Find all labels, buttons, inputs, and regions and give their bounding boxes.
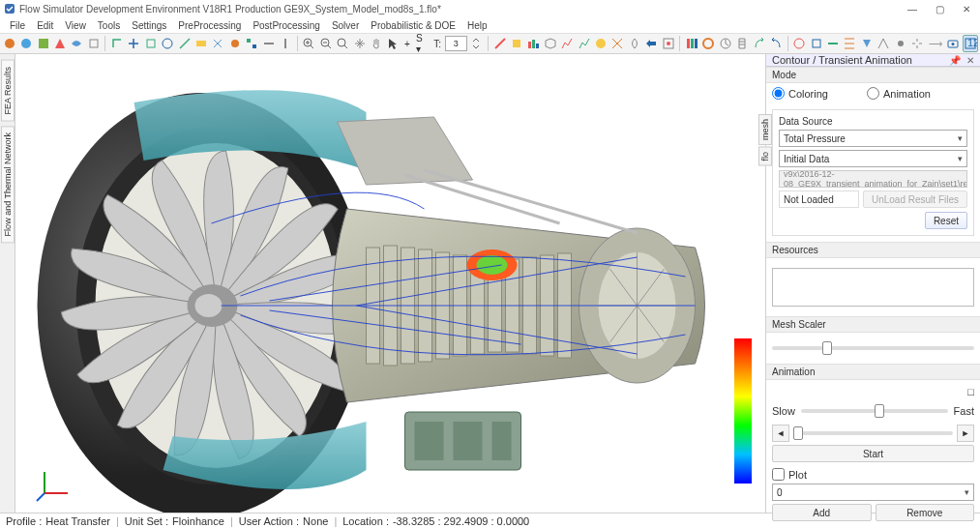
tool-icon[interactable] <box>278 35 292 52</box>
minimize-button[interactable]: — <box>899 0 926 17</box>
tool-icon[interactable] <box>509 35 523 52</box>
menu-edit[interactable]: Edit <box>31 20 59 31</box>
tool-icon[interactable] <box>859 35 874 52</box>
spin-value[interactable]: 3 <box>445 36 467 51</box>
hand-icon[interactable] <box>369 35 383 52</box>
subtab-mesh[interactable]: mesh <box>758 114 772 145</box>
svg-point-28 <box>898 41 904 46</box>
zoom-out-icon[interactable] <box>318 35 333 52</box>
tool-icon[interactable] <box>893 35 907 52</box>
start-button[interactable]: Start <box>772 445 974 462</box>
anim-next-button[interactable]: ► <box>957 425 974 442</box>
tool-icon[interactable] <box>768 35 783 52</box>
close-panel-icon[interactable]: ✕ <box>966 55 974 66</box>
tool-icon[interactable] <box>825 35 840 52</box>
radio-coloring[interactable]: Coloring <box>772 87 828 100</box>
tool-icon[interactable] <box>661 35 675 52</box>
tool-icon[interactable] <box>701 35 716 52</box>
tool-icon[interactable] <box>526 35 541 52</box>
tool-icon[interactable] <box>644 35 659 52</box>
close-button[interactable]: ✕ <box>953 0 980 17</box>
menu-postprocessing[interactable]: PostProcessing <box>247 20 325 31</box>
select-initial-data[interactable]: Initial Data <box>779 150 967 167</box>
tool-icon[interactable] <box>36 35 50 52</box>
tool-icon[interactable] <box>2 35 16 52</box>
tool-icon[interactable] <box>593 35 608 52</box>
add-button[interactable]: Add <box>772 504 872 521</box>
anim-prev-button[interactable]: ◄ <box>772 425 789 442</box>
tool-icon[interactable]: 123 <box>963 35 978 52</box>
tool-icon[interactable] <box>627 35 641 52</box>
plot-checkbox[interactable] <box>772 468 785 481</box>
resources-box[interactable] <box>772 268 974 307</box>
radio-animation[interactable]: Animation <box>867 87 931 100</box>
svg-rect-22 <box>691 39 694 48</box>
tool-icon[interactable] <box>843 35 857 52</box>
status-action-key: User Action : <box>239 515 299 527</box>
tool-icon[interactable] <box>177 35 192 52</box>
mesh-scaler-slider[interactable] <box>772 346 974 350</box>
unload-button[interactable]: UnLoad Result Files <box>863 191 967 208</box>
plot-select[interactable]: 0 <box>772 484 974 501</box>
tool-icon[interactable] <box>52 35 67 52</box>
tab-flow-thermal[interactable]: Flow and Thermal Network <box>1 126 15 243</box>
svg-rect-5 <box>147 40 155 47</box>
svg-point-30 <box>952 43 955 45</box>
tool-icon[interactable] <box>577 35 591 52</box>
menu-view[interactable]: View <box>59 20 92 31</box>
tool-icon[interactable] <box>193 35 208 52</box>
subtab-flo[interactable]: flo <box>758 147 772 166</box>
tool-icon[interactable] <box>559 35 574 52</box>
menu-tools[interactable]: Tools <box>92 20 126 31</box>
tool-icon[interactable] <box>734 35 749 52</box>
menu-settings[interactable]: Settings <box>126 20 172 31</box>
tool-icon[interactable] <box>791 35 806 52</box>
tool-icon[interactable] <box>492 35 507 52</box>
remove-button[interactable]: Remove <box>876 504 975 521</box>
tool-icon[interactable] <box>18 35 33 52</box>
tool-icon[interactable] <box>809 35 823 52</box>
tool-icon[interactable] <box>211 35 225 52</box>
status-profile-val: Heat Transfer <box>45 515 110 527</box>
frame-slider[interactable] <box>793 431 953 435</box>
reset-button[interactable]: Reset <box>925 212 967 229</box>
menu-help[interactable]: Help <box>461 20 493 31</box>
menu-preprocessing[interactable]: PreProcessing <box>172 20 247 31</box>
tab-fea-results[interactable]: FEA Results <box>1 60 15 122</box>
spin-arrows[interactable] <box>469 35 484 52</box>
tool-icon[interactable] <box>109 35 124 52</box>
tool-icon[interactable] <box>718 35 732 52</box>
tool-icon[interactable] <box>752 35 766 52</box>
cursor-icon[interactable] <box>386 35 401 52</box>
tool-icon[interactable] <box>909 35 924 52</box>
tool-icon[interactable] <box>127 35 141 52</box>
tool-icon[interactable] <box>684 35 698 52</box>
tool-icon[interactable] <box>70 35 84 52</box>
tool-icon[interactable] <box>610 35 625 52</box>
tool-icon[interactable] <box>946 35 961 52</box>
tool-icon[interactable] <box>543 35 557 52</box>
maximize-button[interactable]: ▢ <box>926 0 953 17</box>
zoom-in-icon[interactable] <box>302 35 316 52</box>
select-total-pressure[interactable]: Total Pressure <box>779 130 967 147</box>
pin-icon[interactable]: 📌 <box>949 55 961 66</box>
tool-icon[interactable] <box>876 35 891 52</box>
panel-header: Contour / Transient Animation 📌 ✕ <box>766 54 980 67</box>
tool-icon[interactable] <box>143 35 158 52</box>
svg-point-1 <box>5 39 15 48</box>
speed-slider[interactable] <box>801 409 948 413</box>
pan-icon[interactable] <box>352 35 367 52</box>
menu-probabilistic[interactable]: Probabilistic & DOE <box>365 20 461 31</box>
slow-label: Slow <box>772 405 795 417</box>
viewport-3d[interactable] <box>15 54 765 513</box>
tool-icon[interactable] <box>227 35 242 52</box>
tool-icon[interactable] <box>161 35 175 52</box>
tool-icon[interactable] <box>261 35 276 52</box>
menu-solver[interactable]: Solver <box>326 20 365 31</box>
zoom-fit-icon[interactable] <box>335 35 349 52</box>
svg-line-68 <box>37 493 45 501</box>
tool-icon[interactable] <box>86 35 101 52</box>
tool-icon[interactable] <box>245 35 259 52</box>
menu-file[interactable]: File <box>4 20 31 31</box>
anim-stop-square[interactable]: □ <box>967 386 974 397</box>
